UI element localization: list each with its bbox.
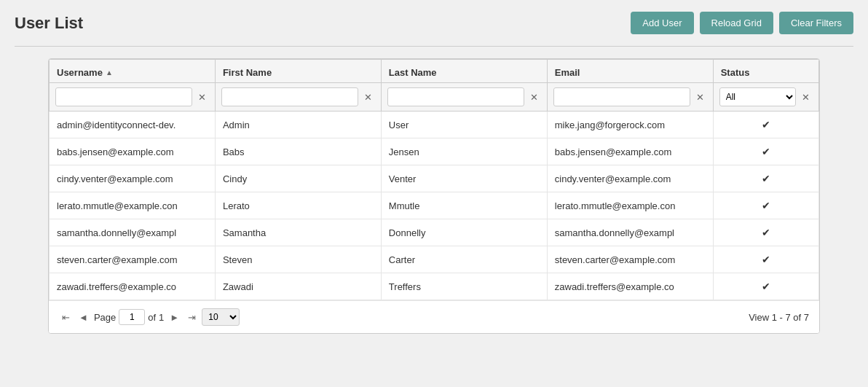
first-page-button[interactable]: ⇤ bbox=[59, 310, 73, 324]
col-lastname-label: Last Name bbox=[389, 67, 437, 78]
prev-page-button[interactable]: ◄ bbox=[76, 310, 91, 324]
status-filter-select[interactable]: All Active Inactive bbox=[719, 87, 796, 106]
status-filter-clear[interactable]: ✕ bbox=[799, 91, 813, 103]
cell-status: ✔ bbox=[713, 192, 818, 219]
table-row[interactable]: admin@identityconnect-dev.AdminUsermike.… bbox=[50, 112, 819, 138]
cell-email: zawadi.treffers@example.co bbox=[547, 273, 713, 300]
status-checkmark: ✔ bbox=[762, 227, 770, 238]
cell-email: steven.carter@example.com bbox=[547, 246, 713, 273]
col-username-label: Username bbox=[57, 67, 103, 78]
cell-lastname: Jensen bbox=[381, 138, 547, 165]
page-size-select[interactable]: 10 25 50 100 bbox=[202, 308, 240, 326]
lastname-filter-clear[interactable]: ✕ bbox=[527, 91, 541, 103]
cell-username: babs.jensen@example.com bbox=[50, 138, 216, 165]
table-row[interactable]: steven.carter@example.comStevenCarterste… bbox=[50, 246, 819, 273]
status-checkmark: ✔ bbox=[762, 119, 770, 130]
cell-lastname: Venter bbox=[381, 165, 547, 192]
page-number-input[interactable] bbox=[119, 309, 145, 325]
col-firstname-label: First Name bbox=[223, 67, 272, 78]
of-label: of bbox=[148, 312, 156, 323]
cell-username: admin@identityconnect-dev. bbox=[50, 112, 216, 138]
cell-username: steven.carter@example.com bbox=[50, 246, 216, 273]
page-label: Page bbox=[94, 312, 116, 323]
cell-firstname: Samantha bbox=[215, 219, 381, 246]
email-filter-input[interactable] bbox=[553, 87, 690, 106]
col-header-username[interactable]: Username ▲ bbox=[50, 60, 216, 83]
email-filter-clear[interactable]: ✕ bbox=[693, 91, 707, 103]
status-checkmark: ✔ bbox=[762, 173, 770, 184]
cell-lastname: User bbox=[381, 112, 547, 138]
status-checkmark: ✔ bbox=[762, 281, 770, 292]
firstname-filter-clear[interactable]: ✕ bbox=[361, 91, 375, 103]
status-checkmark: ✔ bbox=[762, 254, 770, 265]
cell-status: ✔ bbox=[713, 165, 818, 192]
cell-firstname: Zawadi bbox=[215, 273, 381, 300]
cell-email: mike.jang@forgerock.com bbox=[547, 112, 713, 138]
cell-email: cindy.venter@example.com bbox=[547, 165, 713, 192]
cell-status: ✔ bbox=[713, 112, 818, 138]
page-title: User List bbox=[15, 14, 83, 33]
lastname-filter-input[interactable] bbox=[387, 87, 524, 106]
col-header-email[interactable]: Email bbox=[547, 60, 713, 83]
table-body: admin@identityconnect-dev.AdminUsermike.… bbox=[50, 112, 819, 300]
username-filter-input[interactable] bbox=[55, 87, 192, 106]
total-pages: 1 bbox=[159, 312, 164, 323]
reload-grid-button[interactable]: Reload Grid bbox=[700, 12, 773, 34]
status-checkmark: ✔ bbox=[762, 146, 770, 157]
cell-email: lerato.mmutle@example.con bbox=[547, 192, 713, 219]
next-page-button[interactable]: ► bbox=[167, 310, 182, 324]
cell-firstname: Cindy bbox=[215, 165, 381, 192]
cell-firstname: Admin bbox=[215, 112, 381, 138]
cell-username: zawadi.treffers@example.co bbox=[50, 273, 216, 300]
filter-row: ✕ ✕ ✕ bbox=[50, 83, 819, 112]
user-table: Username ▲ First Name Last Name bbox=[49, 59, 819, 300]
col-header-firstname[interactable]: First Name bbox=[215, 60, 381, 83]
user-table-container: Username ▲ First Name Last Name bbox=[48, 58, 820, 334]
col-email-label: Email bbox=[555, 67, 580, 78]
username-filter-clear[interactable]: ✕ bbox=[195, 91, 209, 103]
table-row[interactable]: zawadi.treffers@example.coZawadiTreffers… bbox=[50, 273, 819, 300]
table-row[interactable]: samantha.donnelly@examplSamanthaDonnelly… bbox=[50, 219, 819, 246]
header-buttons: Add User Reload Grid Clear Filters bbox=[631, 12, 853, 34]
cell-firstname: Lerato bbox=[215, 192, 381, 219]
last-page-button[interactable]: ⇥ bbox=[185, 310, 199, 324]
add-user-button[interactable]: Add User bbox=[631, 12, 693, 34]
cell-firstname: Steven bbox=[215, 246, 381, 273]
table-header-row: Username ▲ First Name Last Name bbox=[50, 60, 819, 83]
cell-firstname: Babs bbox=[215, 138, 381, 165]
cell-email: samantha.donnelly@exampl bbox=[547, 219, 713, 246]
cell-username: lerato.mmutle@example.con bbox=[50, 192, 216, 219]
cell-lastname: Mmutle bbox=[381, 192, 547, 219]
firstname-filter-input[interactable] bbox=[221, 87, 358, 106]
cell-status: ✔ bbox=[713, 138, 818, 165]
cell-username: samantha.donnelly@exampl bbox=[50, 219, 216, 246]
pagination-view-info: View 1 - 7 of 7 bbox=[749, 312, 809, 323]
pagination-controls: ⇤ ◄ Page of 1 ► ⇥ 10 25 50 100 bbox=[59, 308, 240, 326]
cell-status: ✔ bbox=[713, 246, 818, 273]
cell-status: ✔ bbox=[713, 219, 818, 246]
table-row[interactable]: babs.jensen@example.comBabsJensenbabs.je… bbox=[50, 138, 819, 165]
cell-username: cindy.venter@example.com bbox=[50, 165, 216, 192]
cell-email: babs.jensen@example.com bbox=[547, 138, 713, 165]
col-status-label: Status bbox=[721, 67, 750, 78]
col-header-status[interactable]: Status bbox=[713, 60, 818, 83]
cell-lastname: Treffers bbox=[381, 273, 547, 300]
cell-lastname: Carter bbox=[381, 246, 547, 273]
cell-lastname: Donnelly bbox=[381, 219, 547, 246]
clear-filters-button[interactable]: Clear Filters bbox=[779, 12, 853, 34]
col-header-lastname[interactable]: Last Name bbox=[381, 60, 547, 83]
cell-status: ✔ bbox=[713, 273, 818, 300]
header-divider bbox=[15, 46, 853, 47]
table-row[interactable]: cindy.venter@example.comCindyVentercindy… bbox=[50, 165, 819, 192]
status-checkmark: ✔ bbox=[762, 200, 770, 211]
table-row[interactable]: lerato.mmutle@example.conLeratoMmutleler… bbox=[50, 192, 819, 219]
sort-asc-icon: ▲ bbox=[106, 69, 113, 77]
pagination-row: ⇤ ◄ Page of 1 ► ⇥ 10 25 50 100 View 1 - … bbox=[49, 300, 819, 333]
